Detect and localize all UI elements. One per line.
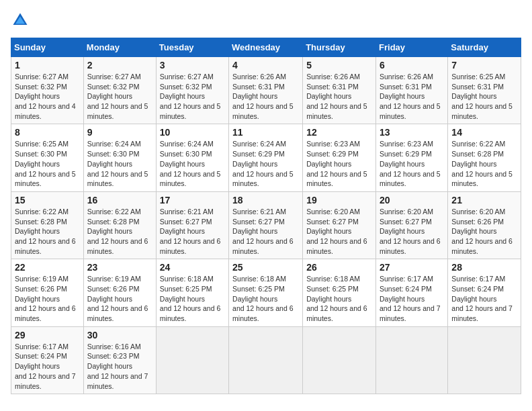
logo-icon [11, 11, 30, 30]
calendar-cell: 6Sunrise: 6:26 AMSunset: 6:31 PMDaylight… [376, 57, 448, 124]
day-number: 2 [87, 60, 152, 71]
day-info: Sunrise: 6:26 AMSunset: 6:31 PMDaylight … [232, 72, 299, 121]
day-number: 28 [451, 262, 517, 273]
calendar-cell: 4Sunrise: 6:26 AMSunset: 6:31 PMDaylight… [229, 57, 303, 124]
day-info: Sunrise: 6:27 AMSunset: 6:32 PMDaylight … [15, 72, 80, 121]
day-number: 11 [232, 127, 299, 138]
day-number: 29 [15, 330, 80, 340]
day-number: 9 [87, 127, 152, 138]
calendar-cell: 20Sunrise: 6:20 AMSunset: 6:27 PMDayligh… [376, 191, 448, 259]
calendar-cell: 21Sunrise: 6:20 AMSunset: 6:26 PMDayligh… [448, 191, 521, 259]
calendar-cell: 27Sunrise: 6:17 AMSunset: 6:24 PMDayligh… [376, 259, 448, 326]
day-number: 24 [160, 262, 225, 273]
col-header-friday: Friday [376, 38, 448, 57]
day-info: Sunrise: 6:17 AMSunset: 6:24 PMDaylight … [451, 274, 517, 323]
day-number: 8 [15, 127, 80, 138]
day-number: 19 [306, 195, 372, 205]
day-number: 12 [306, 127, 372, 138]
calendar-cell: 28Sunrise: 6:17 AMSunset: 6:24 PMDayligh… [448, 259, 521, 326]
logo [11, 11, 32, 30]
calendar-week-row: 29Sunrise: 6:17 AMSunset: 6:24 PMDayligh… [11, 326, 521, 394]
day-info: Sunrise: 6:26 AMSunset: 6:31 PMDaylight … [380, 72, 444, 121]
calendar-cell: 2Sunrise: 6:27 AMSunset: 6:32 PMDaylight… [83, 57, 156, 124]
day-info: Sunrise: 6:24 AMSunset: 6:30 PMDaylight … [160, 139, 225, 188]
day-info: Sunrise: 6:16 AMSunset: 6:23 PMDaylight … [87, 342, 152, 391]
calendar-cell: 23Sunrise: 6:19 AMSunset: 6:26 PMDayligh… [83, 259, 156, 326]
calendar-cell: 15Sunrise: 6:22 AMSunset: 6:28 PMDayligh… [11, 191, 84, 259]
day-number: 21 [451, 195, 517, 205]
day-number: 6 [380, 60, 444, 71]
calendar-cell: 1Sunrise: 6:27 AMSunset: 6:32 PMDaylight… [11, 57, 84, 124]
day-info: Sunrise: 6:21 AMSunset: 6:27 PMDaylight … [160, 207, 225, 256]
calendar-cell: 25Sunrise: 6:18 AMSunset: 6:25 PMDayligh… [229, 259, 303, 326]
day-info: Sunrise: 6:25 AMSunset: 6:31 PMDaylight … [451, 72, 517, 121]
day-number: 22 [15, 262, 80, 273]
calendar-cell [156, 326, 228, 394]
day-info: Sunrise: 6:20 AMSunset: 6:27 PMDaylight … [306, 207, 372, 256]
calendar-cell: 5Sunrise: 6:26 AMSunset: 6:31 PMDaylight… [303, 57, 376, 124]
day-number: 7 [451, 60, 517, 71]
day-number: 1 [15, 60, 80, 71]
day-info: Sunrise: 6:18 AMSunset: 6:25 PMDaylight … [232, 274, 299, 323]
day-info: Sunrise: 6:26 AMSunset: 6:31 PMDaylight … [306, 72, 372, 121]
calendar-cell [448, 326, 521, 394]
day-info: Sunrise: 6:19 AMSunset: 6:26 PMDaylight … [87, 274, 152, 323]
day-info: Sunrise: 6:17 AMSunset: 6:24 PMDaylight … [380, 274, 444, 323]
calendar-cell: 9Sunrise: 6:24 AMSunset: 6:30 PMDaylight… [83, 124, 156, 191]
day-info: Sunrise: 6:22 AMSunset: 6:28 PMDaylight … [451, 139, 517, 188]
calendar-cell [376, 326, 448, 394]
calendar-table: SundayMondayTuesdayWednesdayThursdayFrid… [11, 38, 521, 394]
calendar-cell [303, 326, 376, 394]
calendar-cell: 24Sunrise: 6:18 AMSunset: 6:25 PMDayligh… [156, 259, 228, 326]
day-number: 23 [87, 262, 152, 273]
day-info: Sunrise: 6:23 AMSunset: 6:29 PMDaylight … [306, 139, 372, 188]
calendar-cell: 3Sunrise: 6:27 AMSunset: 6:32 PMDaylight… [156, 57, 228, 124]
day-info: Sunrise: 6:22 AMSunset: 6:28 PMDaylight … [87, 207, 152, 256]
day-number: 25 [232, 262, 299, 273]
calendar-cell [229, 326, 303, 394]
day-number: 5 [306, 60, 372, 71]
day-info: Sunrise: 6:24 AMSunset: 6:30 PMDaylight … [87, 139, 152, 188]
calendar-cell: 12Sunrise: 6:23 AMSunset: 6:29 PMDayligh… [303, 124, 376, 191]
day-info: Sunrise: 6:19 AMSunset: 6:26 PMDaylight … [15, 274, 80, 323]
calendar-cell: 30Sunrise: 6:16 AMSunset: 6:23 PMDayligh… [83, 326, 156, 394]
day-info: Sunrise: 6:27 AMSunset: 6:32 PMDaylight … [160, 72, 225, 121]
day-number: 27 [380, 262, 444, 273]
calendar-cell: 14Sunrise: 6:22 AMSunset: 6:28 PMDayligh… [448, 124, 521, 191]
day-number: 17 [160, 195, 225, 205]
day-number: 16 [87, 195, 152, 205]
calendar-cell: 22Sunrise: 6:19 AMSunset: 6:26 PMDayligh… [11, 259, 84, 326]
day-info: Sunrise: 6:25 AMSunset: 6:30 PMDaylight … [15, 139, 80, 188]
calendar-week-row: 15Sunrise: 6:22 AMSunset: 6:28 PMDayligh… [11, 191, 521, 259]
calendar-cell: 16Sunrise: 6:22 AMSunset: 6:28 PMDayligh… [83, 191, 156, 259]
calendar-week-row: 22Sunrise: 6:19 AMSunset: 6:26 PMDayligh… [11, 259, 521, 326]
day-info: Sunrise: 6:18 AMSunset: 6:25 PMDaylight … [160, 274, 225, 323]
page-header [11, 11, 521, 30]
calendar-cell: 13Sunrise: 6:23 AMSunset: 6:29 PMDayligh… [376, 124, 448, 191]
day-info: Sunrise: 6:18 AMSunset: 6:25 PMDaylight … [306, 274, 372, 323]
calendar-header-row: SundayMondayTuesdayWednesdayThursdayFrid… [11, 38, 521, 57]
col-header-wednesday: Wednesday [229, 38, 303, 57]
day-number: 18 [232, 195, 299, 205]
calendar-cell: 17Sunrise: 6:21 AMSunset: 6:27 PMDayligh… [156, 191, 228, 259]
day-number: 14 [451, 127, 517, 138]
col-header-sunday: Sunday [11, 38, 84, 57]
day-number: 4 [232, 60, 299, 71]
calendar-cell: 18Sunrise: 6:21 AMSunset: 6:27 PMDayligh… [229, 191, 303, 259]
day-info: Sunrise: 6:17 AMSunset: 6:24 PMDaylight … [15, 342, 80, 391]
calendar-week-row: 1Sunrise: 6:27 AMSunset: 6:32 PMDaylight… [11, 57, 521, 124]
day-info: Sunrise: 6:21 AMSunset: 6:27 PMDaylight … [232, 207, 299, 256]
day-number: 20 [380, 195, 444, 205]
col-header-thursday: Thursday [303, 38, 376, 57]
calendar-cell: 11Sunrise: 6:24 AMSunset: 6:29 PMDayligh… [229, 124, 303, 191]
calendar-week-row: 8Sunrise: 6:25 AMSunset: 6:30 PMDaylight… [11, 124, 521, 191]
day-number: 10 [160, 127, 225, 138]
day-info: Sunrise: 6:20 AMSunset: 6:27 PMDaylight … [380, 207, 444, 256]
day-info: Sunrise: 6:22 AMSunset: 6:28 PMDaylight … [15, 207, 80, 256]
day-info: Sunrise: 6:23 AMSunset: 6:29 PMDaylight … [380, 139, 444, 188]
calendar-cell: 26Sunrise: 6:18 AMSunset: 6:25 PMDayligh… [303, 259, 376, 326]
day-info: Sunrise: 6:24 AMSunset: 6:29 PMDaylight … [232, 139, 299, 188]
calendar-cell: 8Sunrise: 6:25 AMSunset: 6:30 PMDaylight… [11, 124, 84, 191]
day-number: 13 [380, 127, 444, 138]
day-info: Sunrise: 6:20 AMSunset: 6:26 PMDaylight … [451, 207, 517, 256]
